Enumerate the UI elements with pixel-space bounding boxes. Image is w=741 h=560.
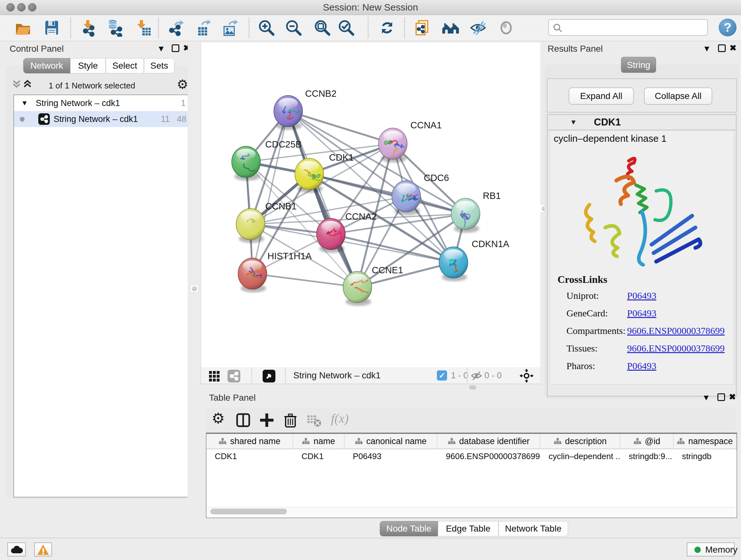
delete-table-icon[interactable] [306,412,322,428]
import-network-file-icon[interactable] [79,19,97,37]
add-column-icon[interactable] [259,412,275,428]
main-toolbar: ? [0,15,741,41]
results-panel-float-button[interactable]: ▼ [703,44,711,54]
tab-node-table[interactable]: Node Table [380,521,438,537]
table-tabs: Node Table Edge Table Network Table [380,521,568,537]
network-collection-row[interactable]: ▼ String Network – cdk1 1 [14,95,192,111]
show-graphics-eye-icon[interactable] [497,19,515,37]
network-canvas[interactable]: CCNB2CCNA1CDC25BCDK1CDC6RB1CCNB1CCNA2CDK… [201,43,540,367]
network-node-ccne1[interactable]: CCNE1 [343,265,403,306]
open-session-icon[interactable] [14,19,32,37]
gene-content: cyclin–dependent kinase 1 CrossLinks Uni… [549,130,734,384]
table-gear-icon[interactable]: ⚙ [212,410,225,427]
collection-expand-icon[interactable]: ▼ [21,95,28,111]
network-node-cdc6[interactable]: CDC6 [392,173,449,215]
control-panel-maximize-button[interactable] [172,44,179,52]
detach-view-icon[interactable] [263,370,275,382]
network-node-ccna1[interactable]: CCNA1 [379,120,442,163]
memory-status-dot [694,547,701,553]
import-network-database-icon[interactable] [106,19,124,37]
tab-select[interactable]: Select [106,58,144,73]
network-row[interactable]: String Network – cdk1 11 48 [14,111,192,127]
cloud-button[interactable] [7,543,26,557]
help-button[interactable]: ? [719,18,737,37]
crosslink-label: Compartments: [566,325,625,336]
tab-style[interactable]: Style [70,58,106,73]
import-table-icon[interactable] [134,19,152,37]
network-share-view-icon[interactable] [227,370,240,382]
table-panel-float-button[interactable]: ▼ [702,393,711,402]
column-header-canonical-name[interactable]: canonical name [345,434,438,449]
column-header-namespace[interactable]: namespace [674,434,737,449]
network-node-cdkn1a[interactable]: CDKN1A [439,239,509,281]
gene-collapse-icon[interactable]: ▼ [570,118,577,126]
warning-button[interactable] [34,543,52,557]
results-panel-close-button[interactable]: ✖ [730,43,737,53]
export-image-icon[interactable] [220,19,238,37]
crosslink-link[interactable]: P06493 [627,308,657,319]
network-view-title: String Network – cdk1 [293,367,381,384]
collapse-all-button[interactable]: Collapse All [644,87,712,105]
network-node-rb1[interactable]: RB1 [451,191,501,233]
hide-selected-eye-icon[interactable] [469,19,487,37]
gene-section-header[interactable]: ▼ CDK1 [548,115,736,130]
node-label: CCNB1 [265,201,296,211]
hidden-eye-slash-icon[interactable] [471,370,482,381]
results-panel-maximize-button[interactable] [718,44,726,52]
grid-view-icon[interactable] [208,370,221,382]
tab-network[interactable]: Network [23,58,70,73]
crosslink-link[interactable]: 9606.ENSP00000378699 [627,325,725,336]
tab-edge-table[interactable]: Edge Table [438,521,498,537]
crosslink-link[interactable]: P06493 [627,361,657,371]
left-splitter-handle[interactable] [190,285,199,293]
first-neighbors-icon[interactable] [442,19,460,37]
search-input[interactable] [565,21,704,34]
table-row[interactable]: CDK1CDK1P064939606.ENSP00000378699cyclin… [206,449,737,463]
tab-string[interactable]: String [621,57,656,73]
network-node-hist1h1a[interactable]: HIST1H1A [238,251,312,293]
zoom-out-icon[interactable] [284,19,302,37]
network-options-gear-icon[interactable]: ⚙ [177,77,188,91]
zoom-in-icon[interactable] [257,19,275,37]
column-header-shared-name[interactable]: shared name [206,434,293,449]
refresh-view-icon[interactable] [378,19,396,37]
network-edge[interactable] [253,273,357,287]
control-panel-title: Control Panel [10,44,64,54]
network-edge[interactable] [288,111,393,144]
node-label: CDK1 [329,152,354,163]
scrollbar-thumb[interactable] [210,509,287,514]
zoom-selected-icon[interactable] [337,19,355,37]
export-table-icon[interactable] [194,19,212,37]
memory-button[interactable]: Memory [687,543,735,557]
column-header-description[interactable]: description [540,434,620,449]
node-label: HIST1H1A [267,251,312,261]
selected-nodes-checkbox-icon[interactable]: ✓ [437,370,447,381]
crosslink-link[interactable]: P06493 [627,290,657,301]
control-panel-float-button[interactable]: ▼ [157,44,165,54]
crosslink-link[interactable]: 9606.ENSP00000378699 [627,343,725,354]
birds-eye-crosshair-icon[interactable] [520,369,534,383]
crosslinks-list: Uniprot:P06493GeneCard:P06493Compartment… [550,290,734,378]
column-header--id[interactable]: @id [620,434,674,449]
tab-sets[interactable]: Sets [144,58,175,73]
clone-network-icon[interactable] [414,19,431,37]
save-session-icon[interactable] [43,19,61,37]
function-builder-icon[interactable]: f(x) [331,411,349,426]
show-columns-icon[interactable] [235,412,251,428]
horizontal-splitter-handle[interactable] [469,385,476,389]
delete-column-trash-icon[interactable] [282,412,298,428]
left-splitter[interactable] [188,43,201,499]
network-tree: ▼ String Network – cdk1 1 String Network… [13,95,192,497]
crosslinks-title: CrossLinks [557,273,607,286]
table-panel-maximize-button[interactable] [718,393,725,401]
table-horizontal-scrollbar[interactable] [206,507,736,516]
column-header-name[interactable]: name [293,434,345,449]
zoom-fit-icon[interactable] [313,19,331,37]
tab-network-table[interactable]: Network Table [498,521,568,537]
table-toolbar: ⚙ f(x) [206,408,736,433]
column-header-database-identifier[interactable]: database identifier [437,434,540,449]
table-panel-close-button[interactable]: ✖ [729,392,736,402]
crosslink-label: GeneCard: [566,308,608,319]
export-network-icon[interactable] [166,19,185,37]
expand-all-button[interactable]: Expand All [569,87,634,105]
